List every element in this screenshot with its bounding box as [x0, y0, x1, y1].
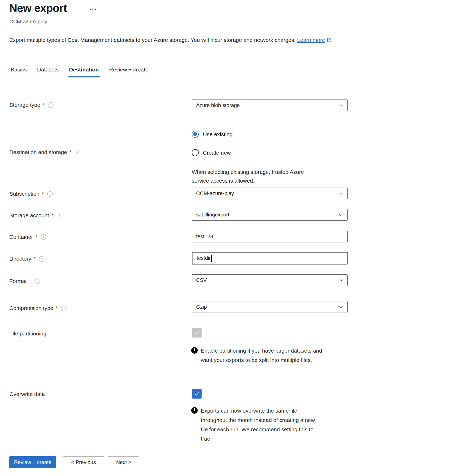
more-actions-icon[interactable]: ··· — [89, 6, 97, 12]
subscription-subtitle: CCM-azure-play — [9, 19, 47, 25]
radio-unselected-icon — [192, 149, 199, 156]
format-label: Format* — [9, 278, 40, 284]
check-icon — [194, 330, 200, 336]
create-new-radio[interactable]: Create new — [192, 149, 348, 156]
new-export-page: New export ··· CCM-azure-play Export mul… — [0, 0, 465, 476]
radio-selected-icon — [192, 131, 199, 138]
format-select[interactable]: CSV — [192, 274, 348, 286]
storage-account-label: Storage account* — [9, 212, 62, 219]
overwrite-data-note: Exports can now overwrite the same file … — [191, 406, 320, 444]
review-create-button[interactable]: Review + create — [9, 456, 56, 468]
intro-text: Export multiple types of Cost Management… — [9, 37, 296, 43]
directory-input[interactable]: testdir — [192, 252, 348, 265]
info-icon[interactable] — [61, 306, 67, 311]
info-icon[interactable] — [57, 213, 62, 218]
directory-label: Directory* — [9, 256, 44, 262]
subscription-label: Subscription* — [9, 191, 53, 197]
chevron-down-icon — [338, 191, 344, 196]
chevron-down-icon — [338, 103, 344, 108]
next-button[interactable]: Next > — [108, 456, 139, 468]
info-icon[interactable] — [35, 279, 40, 284]
footer-actions: Review + create < Previous Next > — [9, 456, 139, 468]
intro-paragraph: Export multiple types of Cost Management… — [9, 37, 332, 43]
file-partitioning-checkbox[interactable] — [192, 328, 202, 338]
text-cursor — [211, 255, 212, 262]
check-icon — [194, 391, 200, 397]
overwrite-data-checkbox[interactable] — [192, 389, 202, 399]
storage-account-select[interactable]: sabillingexport — [192, 209, 348, 221]
chevron-down-icon — [338, 277, 344, 283]
tab-destination[interactable]: Destination — [68, 65, 100, 77]
compression-type-label: Compression type* — [9, 305, 67, 311]
file-partitioning-note: Enable partitioning if you have larger d… — [191, 346, 323, 365]
learn-more-link[interactable]: Learn more — [297, 37, 332, 43]
info-icon[interactable] — [47, 191, 53, 197]
tab-basics[interactable]: Basics — [9, 65, 28, 77]
storage-access-help-text: When selecting existing storage, trusted… — [192, 168, 322, 185]
subscription-select[interactable]: CCM-azure-play — [192, 188, 348, 199]
previous-button[interactable]: < Previous — [63, 456, 104, 468]
storage-type-select[interactable]: Azure blob storage — [192, 100, 348, 111]
tab-datasets[interactable]: Datasets — [36, 65, 60, 77]
info-filled-icon — [191, 347, 198, 354]
destination-storage-field: Use existing Create new When selecting e… — [192, 131, 348, 185]
footer-divider — [0, 446, 465, 446]
info-icon[interactable] — [41, 234, 46, 240]
tab-review-create[interactable]: Review + create — [108, 65, 150, 77]
container-input[interactable]: test123 — [192, 231, 348, 242]
info-icon[interactable] — [48, 102, 54, 108]
file-partitioning-label: File partitioning — [9, 330, 46, 337]
storage-type-label: Storage type* — [9, 102, 54, 108]
use-existing-radio[interactable]: Use existing — [192, 131, 348, 138]
info-icon[interactable] — [75, 150, 80, 155]
info-icon[interactable] — [39, 256, 44, 262]
chevron-down-icon — [338, 304, 344, 310]
external-link-icon — [327, 37, 332, 43]
page-title: New export — [9, 2, 67, 15]
destination-storage-label: Destination and storage* — [9, 149, 80, 155]
container-label: Container* — [9, 234, 46, 240]
compression-type-select[interactable]: Gzip — [192, 301, 348, 313]
wizard-tabs: Basics Datasets Destination Review + cre… — [9, 65, 150, 77]
info-filled-icon — [191, 407, 198, 414]
chevron-down-icon — [338, 212, 344, 218]
overwrite-data-label: Overwrite data — [9, 391, 45, 397]
